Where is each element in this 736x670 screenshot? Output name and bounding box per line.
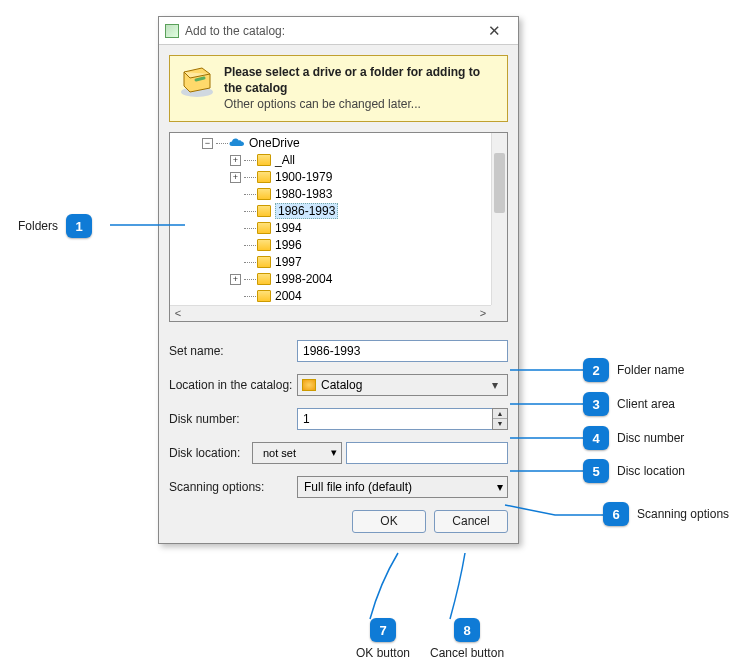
callout-bubble: 3 <box>583 392 609 416</box>
scanning-options-value: Full file info (default) <box>304 480 412 494</box>
callout-label: OK button <box>356 646 410 660</box>
disk-number-label: Disk number: <box>169 412 297 426</box>
location-combo[interactable]: Catalog ▾ <box>297 374 508 396</box>
disk-location-preset-combo[interactable]: not set ▾ <box>252 442 342 464</box>
expand-icon[interactable]: + <box>230 155 241 166</box>
callout-bubble: 4 <box>583 426 609 450</box>
callout-disc-location: 5 Disc location <box>583 459 685 483</box>
callout-bubble: 7 <box>370 618 396 642</box>
tree-label: 1986-1993 <box>275 203 338 219</box>
close-icon[interactable]: ✕ <box>476 17 512 44</box>
scanning-options-combo[interactable]: Full file info (default) ▾ <box>297 476 508 498</box>
chevron-down-icon[interactable]: ▾ <box>497 480 503 494</box>
info-banner: Please select a drive or a folder for ad… <box>169 55 508 122</box>
folder-icon <box>257 239 271 251</box>
callout-bubble: 5 <box>583 459 609 483</box>
banner-sub: Other options can be changed later... <box>224 96 499 112</box>
tree-node-root[interactable]: − OneDrive <box>170 135 491 152</box>
tree-label: _All <box>275 153 295 167</box>
callout-ok-button: 7 OK button <box>356 618 410 660</box>
callout-bubble: 1 <box>66 214 92 238</box>
callout-scanning-options: 6 Scanning options <box>603 502 729 526</box>
tree-label: OneDrive <box>249 136 300 150</box>
scanning-label: Scanning options: <box>169 480 297 494</box>
callout-label: Cancel button <box>430 646 504 660</box>
cancel-button[interactable]: Cancel <box>434 510 508 533</box>
window-title: Add to the catalog: <box>185 24 476 38</box>
location-label: Location in the catalog: <box>169 378 297 392</box>
scroll-left-icon[interactable]: < <box>172 307 184 319</box>
titlebar[interactable]: Add to the catalog: ✕ <box>159 17 518 45</box>
folder-icon <box>257 256 271 268</box>
tree-node-selected[interactable]: 1986-1993 <box>170 203 491 220</box>
chevron-down-icon[interactable]: ▾ <box>331 446 337 459</box>
folder-icon <box>257 273 271 285</box>
form: Set name: Location in the catalog: Catal… <box>169 340 508 533</box>
horizontal-scrollbar[interactable]: < > <box>170 305 491 321</box>
folder-icon <box>257 290 271 302</box>
add-to-catalog-dialog: Add to the catalog: ✕ Please select a dr… <box>158 16 519 544</box>
tree-label: 1980-1983 <box>275 187 332 201</box>
vertical-scrollbar[interactable] <box>491 133 507 305</box>
disk-number-input[interactable] <box>297 408 492 430</box>
onedrive-icon <box>229 137 245 149</box>
callout-label: Folder name <box>617 363 684 377</box>
callout-bubble: 6 <box>603 502 629 526</box>
tree-node[interactable]: 2004 <box>170 288 491 305</box>
tree-label: 1997 <box>275 255 302 269</box>
banner-heading: Please select a drive or a folder for ad… <box>224 64 499 96</box>
tree-label: 1996 <box>275 238 302 252</box>
callout-folders: Folders 1 <box>18 214 92 238</box>
tree-node[interactable]: 1996 <box>170 237 491 254</box>
folder-tree[interactable]: − OneDrive + _All + 1900 <box>169 132 508 322</box>
tree-node[interactable]: 1994 <box>170 220 491 237</box>
tree-node[interactable]: 1980-1983 <box>170 186 491 203</box>
disk-location-preset-value: not set <box>263 447 296 459</box>
disk-location-label: Disk location: <box>169 446 252 460</box>
tree-label: 1994 <box>275 221 302 235</box>
callout-label: Client area <box>617 397 675 411</box>
dialog-body: Please select a drive or a folder for ad… <box>159 45 518 543</box>
ok-button[interactable]: OK <box>352 510 426 533</box>
set-name-label: Set name: <box>169 344 297 358</box>
folder-icon <box>257 171 271 183</box>
tree-label: 1998-2004 <box>275 272 332 286</box>
spinner-up-icon[interactable]: ▲ <box>493 409 507 420</box>
set-name-input[interactable] <box>297 340 508 362</box>
callout-bubble: 2 <box>583 358 609 382</box>
disk-location-input[interactable] <box>346 442 508 464</box>
callout-label: Disc number <box>617 431 684 445</box>
callout-cancel-button: 8 Cancel button <box>430 618 504 660</box>
chevron-down-icon[interactable]: ▾ <box>487 378 503 392</box>
tree-node[interactable]: + 1998-2004 <box>170 271 491 288</box>
callout-label: Disc location <box>617 464 685 478</box>
expand-icon[interactable]: + <box>230 172 241 183</box>
banner-text: Please select a drive or a folder for ad… <box>224 64 499 113</box>
folder-add-icon <box>178 64 216 98</box>
folder-icon <box>257 205 271 217</box>
folder-icon <box>257 222 271 234</box>
location-value: Catalog <box>321 378 487 392</box>
tree-node[interactable]: + 1900-1979 <box>170 169 491 186</box>
tree-node[interactable]: + _All <box>170 152 491 169</box>
tree-node[interactable]: 1997 <box>170 254 491 271</box>
spinner-down-icon[interactable]: ▼ <box>493 419 507 429</box>
callout-disc-number: 4 Disc number <box>583 426 684 450</box>
callout-client-area: 3 Client area <box>583 392 675 416</box>
tree-label: 1900-1979 <box>275 170 332 184</box>
callout-folder-name: 2 Folder name <box>583 358 684 382</box>
app-icon <box>165 24 179 38</box>
callout-label: Folders <box>18 219 58 233</box>
scroll-right-icon[interactable]: > <box>477 307 489 319</box>
callout-label: Scanning options <box>637 507 729 521</box>
tree-label: 2004 <box>275 289 302 303</box>
folder-icon <box>257 188 271 200</box>
catalog-icon <box>302 379 316 391</box>
expand-icon[interactable]: + <box>230 274 241 285</box>
collapse-icon[interactable]: − <box>202 138 213 149</box>
disk-number-stepper[interactable]: ▲ ▼ <box>492 408 508 430</box>
callout-bubble: 8 <box>454 618 480 642</box>
folder-icon <box>257 154 271 166</box>
